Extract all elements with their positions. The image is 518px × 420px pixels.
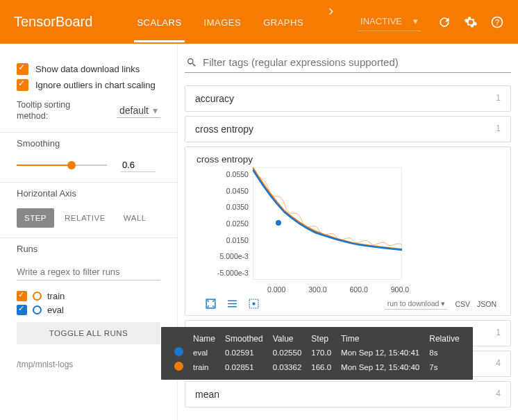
status-label: INACTIVE <box>360 16 402 26</box>
logdir-path: /tmp/mnist-logs <box>0 354 177 375</box>
smoothing-title: Smoothing <box>17 138 160 149</box>
run-label: train <box>47 291 65 301</box>
series-dot-icon <box>174 347 183 356</box>
dropdown-arrow-icon: ▾ <box>153 105 158 116</box>
tooltip-sort-label: Tooltip sorting method: <box>17 99 93 122</box>
tooltip-sort-select[interactable]: default ▾ <box>117 103 160 118</box>
x-axis-labels: 0.000300.0600.0900.0 <box>185 283 415 295</box>
axis-title: Horizontal Axis <box>17 188 160 199</box>
card-mean[interactable]: mean4 <box>185 381 511 408</box>
header-icons: ? <box>437 15 504 29</box>
highlight-point <box>276 220 281 226</box>
card-count: 4 <box>496 358 501 369</box>
axis-wall-button[interactable]: WALL <box>116 208 154 228</box>
nav-tabs: SCALARS IMAGES GRAPHS › <box>134 2 358 42</box>
run-row-train[interactable]: train <box>17 291 160 301</box>
axes-toggle-icon[interactable] <box>226 298 238 310</box>
svg-text:?: ? <box>495 18 499 26</box>
toggle-all-runs-button[interactable]: TOGGLE ALL RUNS <box>17 322 160 344</box>
refresh-icon[interactable] <box>437 15 451 29</box>
card-count: 1 <box>496 124 501 135</box>
tooltip-row: eval0.025910.02550170.0Mon Sep 12, 15:40… <box>169 345 465 360</box>
tooltip-row: train0.028510.03362166.0Mon Sep 12, 15:4… <box>169 360 465 374</box>
card-accuracy[interactable]: accuracy1 <box>185 85 511 112</box>
app-header: TensorBoard SCALARS IMAGES GRAPHS › INAC… <box>0 0 518 44</box>
tag-search <box>185 53 511 73</box>
tab-scalars[interactable]: SCALARS <box>134 2 184 42</box>
checkbox-icon <box>17 79 28 91</box>
card-count: 1 <box>496 328 501 339</box>
logo: TensorBoard <box>14 14 92 30</box>
axis-step-button[interactable]: STEP <box>17 208 54 228</box>
gear-icon[interactable] <box>464 15 478 29</box>
runs-filter-input[interactable] <box>17 264 160 280</box>
run-color-icon <box>33 292 42 301</box>
hover-tooltip: NameSmoothedValueStepTimeRelative eval0.… <box>161 327 473 380</box>
series-dot-icon <box>174 362 183 371</box>
tooltip-sort-value: default <box>119 105 149 116</box>
card-title: mean <box>195 389 219 400</box>
sidebar: Show data download links Ignore outliers… <box>0 44 178 420</box>
smoothing-slider[interactable] <box>17 164 107 167</box>
expand-icon[interactable] <box>205 298 217 310</box>
tab-images[interactable]: IMAGES <box>201 2 244 42</box>
axis-relative-button[interactable]: RELATIVE <box>57 208 113 228</box>
status-dropdown[interactable]: INACTIVE ▾ <box>358 13 421 31</box>
run-label: eval <box>47 305 64 315</box>
dropdown-arrow-icon: ▾ <box>413 16 418 26</box>
run-checkbox[interactable] <box>17 291 27 301</box>
chart-title: cross entropy <box>185 147 510 167</box>
runs-title: Runs <box>17 244 160 254</box>
tag-search-input[interactable] <box>203 56 510 68</box>
download-csv[interactable]: CSV <box>455 300 470 308</box>
card-count: 1 <box>496 93 501 104</box>
search-icon <box>186 57 197 68</box>
help-icon[interactable]: ? <box>490 15 504 29</box>
svg-rect-2 <box>253 167 402 280</box>
run-color-icon <box>33 305 42 314</box>
smoothing-input[interactable] <box>121 158 156 172</box>
chart-card-cross-entropy: cross entropy 0.05500.04500.03500.02500.… <box>185 146 511 316</box>
card-title: cross entropy <box>195 124 253 135</box>
reset-zoom-icon[interactable] <box>248 298 260 310</box>
card-cross-entropy-head[interactable]: cross entropy1 <box>185 116 511 142</box>
svg-point-5 <box>253 303 255 305</box>
run-checkbox[interactable] <box>17 305 27 315</box>
opt-ignore-outliers[interactable]: Ignore outliers in chart scaling <box>17 79 160 91</box>
opt-download-links[interactable]: Show data download links <box>17 63 160 75</box>
tabs-next-icon[interactable]: › <box>323 2 339 42</box>
run-download-select[interactable]: run to download ▾ <box>385 298 449 310</box>
checkbox-icon <box>17 63 28 75</box>
run-row-eval[interactable]: eval <box>17 305 160 315</box>
card-title: accuracy <box>195 93 234 104</box>
download-json[interactable]: JSON <box>477 300 496 308</box>
card-count: 4 <box>496 389 501 400</box>
tab-graphs[interactable]: GRAPHS <box>260 2 306 42</box>
opt-outliers-label: Ignore outliers in chart scaling <box>35 80 156 90</box>
opt-download-label: Show data download links <box>35 64 140 74</box>
y-axis-labels: 0.05500.04500.03500.02500.01505.000e-3-5… <box>190 167 253 280</box>
chart-plot[interactable] <box>253 167 402 280</box>
